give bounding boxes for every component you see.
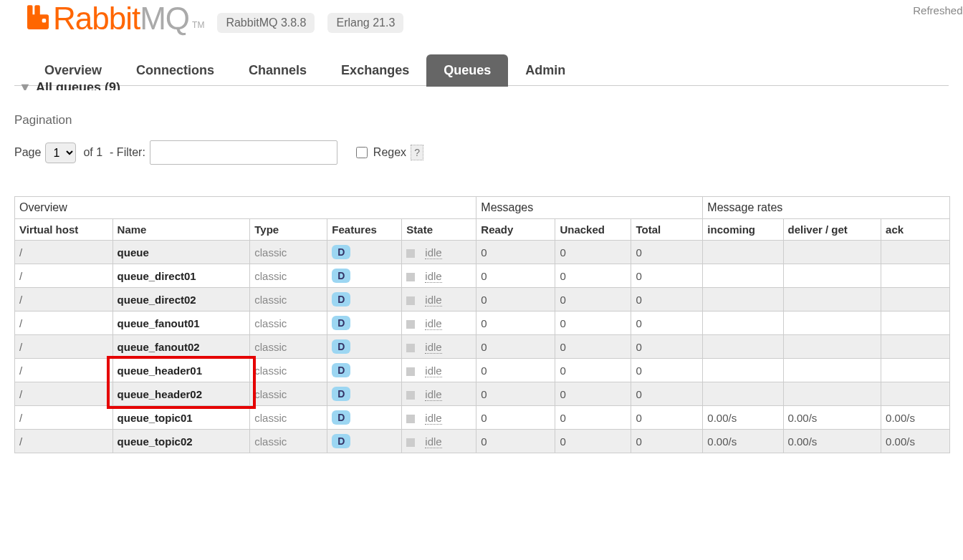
table-row: /queue_header02classicDidle000 — [15, 382, 950, 406]
cell-total: 0 — [631, 382, 703, 406]
table-row: /queue_fanout02classicDidle000 — [15, 335, 950, 359]
version-badge: RabbitMQ 3.8.8 — [217, 13, 315, 33]
table-row: /queue_direct02classicDidle000 — [15, 288, 950, 312]
col-ready[interactable]: Ready — [476, 219, 555, 241]
chevron-down-icon: ▼ — [19, 80, 32, 90]
cell-incoming: 0.00/s — [703, 406, 783, 430]
cell-vhost: / — [15, 430, 113, 453]
cell-type: classic — [250, 264, 327, 288]
queue-name-link[interactable]: queue_topic01 — [112, 406, 250, 430]
cell-state: idle — [402, 288, 476, 312]
cell-state: idle — [402, 312, 476, 335]
col-ack[interactable]: ack — [881, 219, 950, 241]
cell-ready: 0 — [476, 406, 555, 430]
cell-ready: 0 — [476, 430, 555, 453]
queue-name-link[interactable]: queue — [112, 241, 250, 264]
cell-ready: 0 — [476, 288, 555, 312]
page-select[interactable]: 1 — [45, 143, 76, 163]
cell-deliver — [783, 335, 881, 359]
total-pages: 1 — [96, 146, 102, 158]
state-indicator-icon — [406, 438, 415, 447]
col-features[interactable]: Features — [327, 219, 402, 241]
of-label: of — [83, 146, 92, 158]
logo-text-rabbit: Rabbit — [53, 3, 140, 34]
cell-ready: 0 — [476, 382, 555, 406]
state-text: idle — [425, 412, 441, 425]
durable-badge: D — [332, 363, 350, 377]
cell-ack — [881, 241, 950, 264]
section-all-queues[interactable]: ▼ All queues (9) — [14, 80, 949, 90]
cell-state: idle — [402, 264, 476, 288]
col-state[interactable]: State — [402, 219, 476, 241]
state-indicator-icon — [406, 320, 415, 329]
cell-ack — [881, 288, 950, 312]
refreshed-label: Refreshed 2 — [913, 4, 963, 16]
cell-state: idle — [402, 430, 476, 453]
durable-badge: D — [332, 434, 350, 448]
cell-incoming — [703, 335, 783, 359]
cell-type: classic — [250, 430, 327, 453]
cell-incoming — [703, 359, 783, 382]
cell-incoming — [703, 312, 783, 335]
state-text: idle — [425, 246, 441, 259]
queue-name-link[interactable]: queue_header02 — [112, 382, 250, 406]
state-indicator-icon — [406, 344, 415, 352]
cell-incoming — [703, 382, 783, 406]
cell-ack — [881, 264, 950, 288]
durable-badge: D — [332, 316, 350, 330]
col-total[interactable]: Total — [631, 219, 703, 241]
regex-checkbox[interactable] — [356, 147, 368, 158]
cell-deliver — [783, 312, 881, 335]
col-type[interactable]: Type — [250, 219, 327, 241]
cell-type: classic — [250, 406, 327, 430]
cell-total: 0 — [631, 430, 703, 453]
queue-name-link[interactable]: queue_direct02 — [112, 288, 250, 312]
cell-vhost: / — [15, 406, 113, 430]
cell-state: idle — [402, 382, 476, 406]
cell-total: 0 — [631, 335, 703, 359]
cell-unacked: 0 — [555, 335, 631, 359]
state-indicator-icon — [406, 273, 415, 281]
cell-ready: 0 — [476, 312, 555, 335]
cell-type: classic — [250, 335, 327, 359]
queue-name-link[interactable]: queue_direct01 — [112, 264, 250, 288]
queue-name-link[interactable]: queue_topic02 — [112, 430, 250, 453]
cell-state: idle — [402, 241, 476, 264]
col-deliver[interactable]: deliver / get — [783, 219, 881, 241]
cell-deliver: 0.00/s — [783, 406, 881, 430]
logo-text-mq: MQ — [140, 3, 189, 34]
col-incoming[interactable]: incoming — [703, 219, 783, 241]
cell-vhost: / — [15, 335, 113, 359]
help-icon[interactable]: ? — [411, 145, 423, 160]
cell-ack — [881, 382, 950, 406]
cell-incoming — [703, 288, 783, 312]
state-text: idle — [425, 317, 441, 330]
cell-type: classic — [250, 359, 327, 382]
cell-total: 0 — [631, 406, 703, 430]
queue-name-link[interactable]: queue_fanout01 — [112, 312, 250, 335]
col-name[interactable]: Name — [112, 219, 250, 241]
table-row: /queueclassicDidle000 — [15, 241, 950, 264]
cell-incoming — [703, 241, 783, 264]
cell-ack — [881, 335, 950, 359]
col-unacked[interactable]: Unacked — [555, 219, 631, 241]
cell-total: 0 — [631, 288, 703, 312]
rabbitmq-logo[interactable]: RabbitMQ TM — [27, 3, 204, 34]
col-vhost[interactable]: Virtual host — [15, 219, 113, 241]
cell-ready: 0 — [476, 359, 555, 382]
cell-state: idle — [402, 406, 476, 430]
cell-total: 0 — [631, 312, 703, 335]
col-group-rates: Message rates — [703, 197, 950, 219]
queue-name-link[interactable]: queue_fanout02 — [112, 335, 250, 359]
svg-rect-3 — [42, 19, 47, 23]
durable-badge: D — [332, 245, 350, 259]
queue-name-link[interactable]: queue_header01 — [112, 359, 250, 382]
cell-deliver — [783, 288, 881, 312]
filter-input[interactable] — [150, 140, 337, 165]
cell-ready: 0 — [476, 264, 555, 288]
state-indicator-icon — [406, 391, 415, 400]
cell-unacked: 0 — [555, 312, 631, 335]
cell-features: D — [327, 288, 402, 312]
state-indicator-icon — [406, 367, 415, 376]
cell-unacked: 0 — [555, 382, 631, 406]
